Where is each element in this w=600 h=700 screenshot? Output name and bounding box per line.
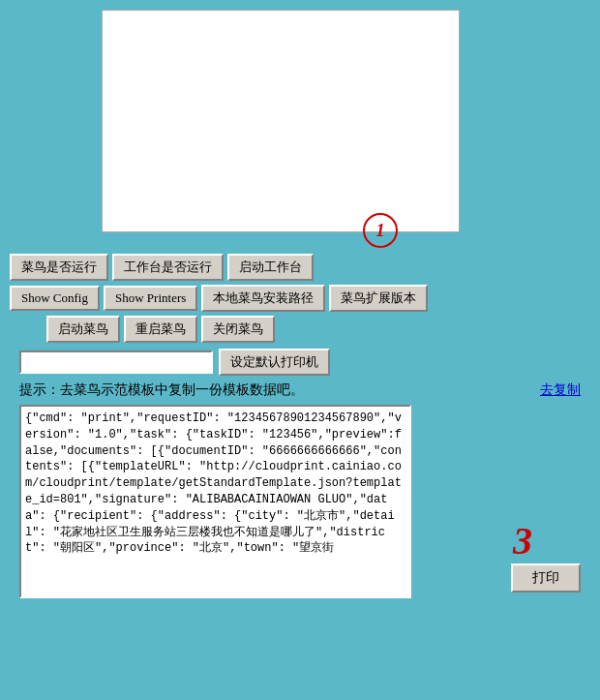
bottom-area: 提示：去菜鸟示范模板中复制一份模板数据吧。 去复制 3 打印 (10, 376, 590, 602)
button-row-3: 启动菜鸟 重启菜鸟 关闭菜鸟 (10, 316, 590, 343)
controls-area: 菜鸟是否运行 工作台是否运行 启动工作台 Show Config Show Pr… (10, 254, 590, 380)
start-workbench-button[interactable]: 启动工作台 (227, 254, 314, 281)
annotation-3: 3 (513, 518, 532, 563)
print-button[interactable]: 打印 (511, 563, 581, 593)
show-config-button[interactable]: Show Config (10, 286, 100, 311)
printer-name-input[interactable] (19, 350, 213, 374)
hint-link[interactable]: 去复制 (540, 381, 581, 399)
hint-text: 提示：去菜鸟示范模板中复制一份模板数据吧。 (19, 381, 304, 399)
printer-input-row: 设定默认打印机 (19, 349, 581, 376)
annotation-1: 1 (363, 213, 398, 248)
check-workbench-button[interactable]: 工作台是否运行 (112, 254, 224, 281)
show-printers-button[interactable]: Show Printers (104, 286, 197, 311)
restart-caoniao-button[interactable]: 重启菜鸟 (124, 316, 197, 343)
caoniao-ext-version-button[interactable]: 菜鸟扩展版本 (329, 285, 428, 312)
start-caoniao-button[interactable]: 启动菜鸟 (46, 316, 120, 343)
set-default-printer-button[interactable]: 设定默认打印机 (219, 349, 330, 376)
hint-row: 提示：去菜鸟示范模板中复制一份模板数据吧。 去复制 (19, 381, 581, 399)
print-btn-container: 打印 (511, 563, 581, 593)
button-row-2: Show Config Show Printers 本地菜鸟安装路径 菜鸟扩展版… (10, 285, 590, 312)
json-section (19, 405, 581, 602)
preview-area (102, 10, 460, 232)
button-row-1: 菜鸟是否运行 工作台是否运行 启动工作台 (10, 254, 590, 281)
check-caoniao-button[interactable]: 菜鸟是否运行 (10, 254, 108, 281)
json-input[interactable] (19, 405, 411, 598)
main-wrapper: 1 菜鸟是否运行 工作台是否运行 启动工作台 Show Config Show … (0, 10, 600, 700)
local-install-path-button[interactable]: 本地菜鸟安装路径 (201, 285, 325, 312)
close-caoniao-button[interactable]: 关闭菜鸟 (201, 316, 275, 343)
